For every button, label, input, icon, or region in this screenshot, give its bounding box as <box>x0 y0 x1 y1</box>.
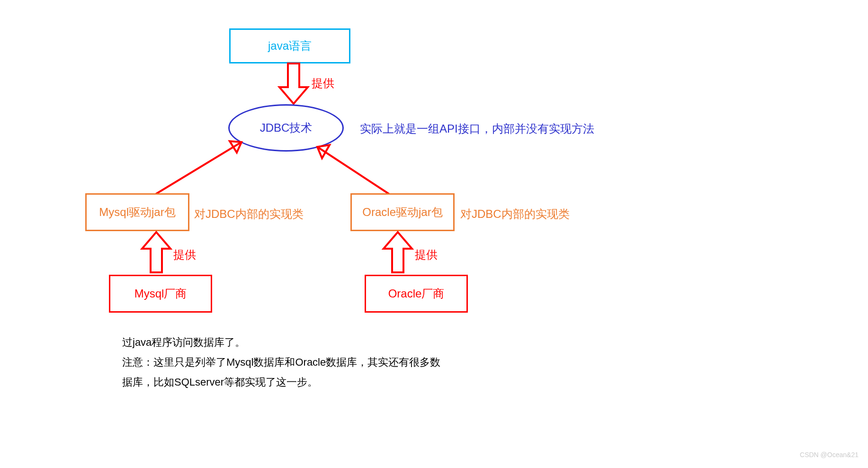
jdbc-label: JDBC技术 <box>260 120 313 135</box>
para-line-1: 过java程序访问数据库了。 <box>122 333 454 352</box>
arrow-oracle-vendor-up <box>384 232 412 275</box>
mysql-vendor-box: Mysql厂商 <box>109 275 212 313</box>
svg-line-0 <box>152 142 242 197</box>
svg-marker-1 <box>230 141 242 153</box>
para-line-2: 注意：这里只是列举了Mysql数据库和Oracle数据库，其实还有很多数 <box>122 352 454 372</box>
arrow-java-to-jdbc <box>279 63 308 106</box>
oracle-driver-label: Oracle驱动jar包 <box>362 205 442 220</box>
watermark: CSDN @Ocean&21 <box>800 451 859 459</box>
mysql-vendor-label: Mysql厂商 <box>134 286 187 301</box>
provide-top-label: 提供 <box>312 76 334 91</box>
para-line-3: 据库，比如SQLserver等都实现了这一步。 <box>122 372 454 392</box>
arrow-mysql-to-jdbc <box>147 133 256 199</box>
oracle-vendor-label: Oracle厂商 <box>388 286 445 301</box>
mysql-driver-box: Mysql驱动jar包 <box>85 193 189 231</box>
java-label: java语言 <box>268 38 312 54</box>
provide-mysql-label: 提供 <box>173 247 196 262</box>
oracle-driver-note: 对JDBC内部的实现类 <box>460 207 570 222</box>
description-paragraph: 过java程序访问数据库了。 注意：这里只是列举了Mysql数据库和Oracle… <box>122 333 454 392</box>
mysql-driver-note: 对JDBC内部的实现类 <box>194 207 304 222</box>
provide-oracle-label: 提供 <box>415 247 438 262</box>
arrow-oracle-to-jdbc <box>313 137 398 199</box>
arrow-mysql-vendor-up <box>142 232 170 275</box>
oracle-vendor-box: Oracle厂商 <box>365 275 468 313</box>
java-box: java语言 <box>229 28 350 63</box>
mysql-driver-label: Mysql驱动jar包 <box>99 205 175 220</box>
jdbc-note: 实际上就是一组API接口，内部并没有实现方法 <box>360 121 594 136</box>
svg-line-2 <box>317 147 393 197</box>
oracle-driver-box: Oracle驱动jar包 <box>350 193 455 231</box>
